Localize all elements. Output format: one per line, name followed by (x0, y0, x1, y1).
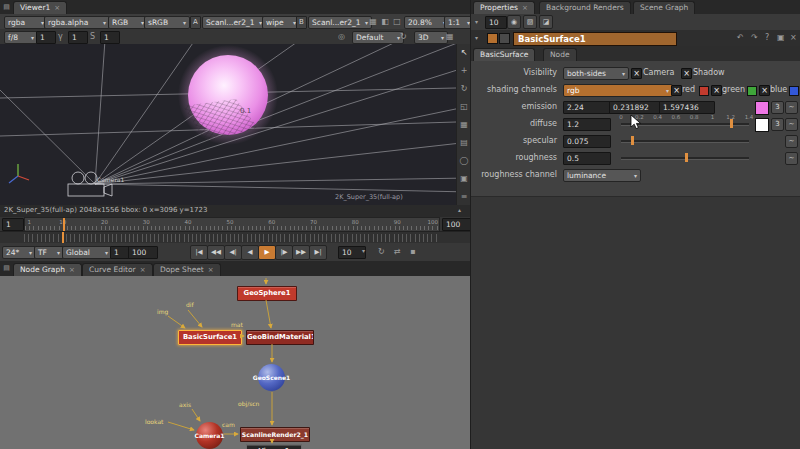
goto-start-button[interactable]: |◀ (190, 245, 208, 260)
emission-multi-button[interactable]: 3 (771, 101, 784, 114)
slider-thumb[interactable] (685, 153, 688, 162)
diffuse-multi-button[interactable]: 3 (771, 118, 784, 131)
face-select-icon[interactable]: ▣ (459, 174, 469, 183)
translate-tool-icon[interactable]: + (459, 66, 469, 75)
fstop-dropdown[interactable]: f/8▾ (4, 31, 38, 44)
step-forward-button[interactable]: |▶ (275, 245, 293, 260)
node-geobindmaterial1[interactable]: GeoBindMaterial1 (246, 330, 314, 345)
roughness-curve-button[interactable]: ~ (785, 152, 798, 165)
slider-thumb[interactable] (631, 136, 634, 145)
current-frame-marker[interactable] (63, 218, 65, 231)
step-back-button[interactable]: ◀| (224, 245, 242, 260)
b-input-chip[interactable]: B (296, 16, 307, 29)
next-keyframe-button[interactable]: ▶▶ (292, 245, 310, 260)
float-panel-icon[interactable]: ▣ (777, 33, 785, 42)
green-channel-checkbox[interactable]: × (711, 85, 722, 96)
emission-r-field[interactable]: 2.24 (563, 101, 611, 114)
channels-dropdown[interactable]: rgba▾ (4, 16, 48, 29)
node-color-chip[interactable] (487, 33, 498, 44)
max-panels-field[interactable]: 10 (485, 16, 507, 29)
fps-dropdown[interactable]: 24*▾ (2, 246, 36, 259)
gamma-field[interactable]: 1 (68, 31, 88, 44)
emission-color-swatch[interactable] (755, 101, 769, 115)
red-channel-checkbox[interactable]: × (671, 85, 682, 96)
roi-icon[interactable]: □ (392, 17, 402, 26)
rotate-tool-icon[interactable]: ↻ (459, 84, 469, 93)
node-scanlinerender2-1[interactable]: ScanlineRender2_1 (240, 427, 310, 442)
tab-background-renders[interactable]: Background Renders (539, 1, 631, 14)
emission-curve-button[interactable]: ~ (785, 101, 798, 114)
specular-slider[interactable] (621, 135, 749, 146)
close-icon[interactable]: × (208, 264, 214, 276)
saturation-field[interactable]: 1 (100, 31, 120, 44)
node-viewer1[interactable]: Viewer1 (246, 444, 302, 449)
diffuse-field[interactable]: 1.2 (563, 118, 611, 131)
clear-panels-icon[interactable]: ▨ (523, 15, 537, 29)
range-in-field[interactable]: 1 (2, 218, 24, 231)
tab-viewer1[interactable]: Viewer1 × (13, 1, 67, 14)
roughness-channel-dropdown[interactable]: luminance▾ (563, 169, 641, 182)
diffuse-color-swatch[interactable] (755, 118, 769, 132)
range-out-field[interactable]: 100 (442, 218, 472, 231)
collapse-panel-icon[interactable]: ▾ (475, 34, 478, 41)
close-icon[interactable]: × (54, 2, 60, 14)
a-input-dropdown[interactable]: Scanl...er2_1▾ (202, 16, 266, 29)
blue-channel-checkbox[interactable]: × (759, 85, 770, 96)
viewer-camera-dropdown[interactable]: Default▾ (352, 31, 404, 44)
close-icon[interactable]: × (140, 264, 146, 276)
emission-g-field[interactable]: 0.231892 (609, 101, 661, 114)
node-geoscene1[interactable]: GeoScene1 (258, 364, 285, 391)
slider-thumb[interactable] (730, 119, 733, 128)
shading-channels-dropdown[interactable]: rgb▾ (563, 84, 673, 97)
tab-node[interactable]: Node (543, 48, 577, 61)
node-geosphere1[interactable]: GeoSphere1 (237, 286, 297, 301)
vertex-select-icon[interactable]: ◯ (459, 156, 469, 165)
redo-icon[interactable]: ↷ (751, 33, 758, 42)
play-reverse-button[interactable]: ◀ (241, 245, 259, 260)
layer-dropdown[interactable]: rgba.alpha▾ (44, 16, 110, 29)
roughness-field[interactable]: 0.5 (563, 152, 611, 165)
gain-field[interactable]: 1 (36, 31, 56, 44)
frame-range-dropdown[interactable]: Global▾ (62, 246, 112, 259)
frame-view-icon[interactable]: ◎ (338, 32, 345, 41)
chevron-down-icon[interactable]: ▾ (362, 247, 365, 254)
grid-snap-icon[interactable]: ▦ (459, 120, 469, 129)
lock-range-icon[interactable]: ▪ (410, 247, 415, 256)
panel-menu-icon[interactable]: ▤ (2, 3, 11, 12)
node-graph[interactable]: GeoSphere1 BasicSurface1 GeoBindMaterial… (0, 276, 470, 449)
node-basicsurface1[interactable]: BasicSurface1 (178, 330, 242, 345)
row-select-icon[interactable]: ▤ (459, 138, 469, 147)
b-input-dropdown[interactable]: Scanl...er2_1▾ (308, 16, 372, 29)
tab-properties[interactable]: Properties × (473, 1, 535, 14)
checkerboard-icon[interactable]: ▦ (368, 17, 378, 26)
chevron-down-icon[interactable]: ▾ (475, 18, 478, 25)
undo-icon[interactable]: ↶ (737, 33, 744, 42)
projection-mode-dropdown[interactable]: 3D▾ (414, 31, 448, 44)
timecode-dropdown[interactable]: TF▾ (34, 246, 64, 259)
roughness-slider[interactable] (621, 152, 749, 163)
wipe-dropdown[interactable]: wipe▾ (262, 16, 300, 29)
help-icon[interactable]: ? (765, 33, 769, 42)
tab-node-graph[interactable]: Node Graph × (13, 263, 82, 276)
tab-dope-sheet[interactable]: Dope Sheet × (153, 263, 221, 276)
scale-tool-icon[interactable]: ◱ (459, 102, 469, 111)
a-input-chip[interactable]: A (190, 16, 201, 29)
label-color-chip[interactable] (499, 33, 510, 44)
sync-view-icon[interactable]: ↻ (400, 32, 407, 41)
select-tool-icon[interactable]: ↖ (459, 48, 469, 57)
grid-toggle-icon[interactable]: ▦ (446, 32, 454, 41)
loop-mode-icon[interactable]: ↻ (378, 247, 385, 256)
display-channels-dropdown[interactable]: RGB▾ (108, 16, 148, 29)
tab-scene-graph[interactable]: Scene Graph (633, 1, 695, 14)
visibility-dropdown[interactable]: both-sides▾ (563, 67, 629, 80)
goto-end-button[interactable]: ▶| (309, 245, 327, 260)
viewer-lut-dropdown[interactable]: sRGB▾ (144, 16, 190, 29)
pin-panels-icon[interactable]: ◉ (507, 15, 521, 29)
prev-keyframe-button[interactable]: ◀◀ (207, 245, 225, 260)
play-out-field[interactable]: 100 (128, 246, 158, 259)
play-forward-button[interactable]: ▶ (258, 245, 276, 260)
scroll-up-icon[interactable]: ▴ (458, 206, 461, 213)
diffuse-curve-button[interactable]: ~ (785, 118, 798, 131)
close-icon[interactable]: × (69, 264, 75, 276)
panel-menu-icon[interactable]: ▤ (2, 264, 11, 273)
